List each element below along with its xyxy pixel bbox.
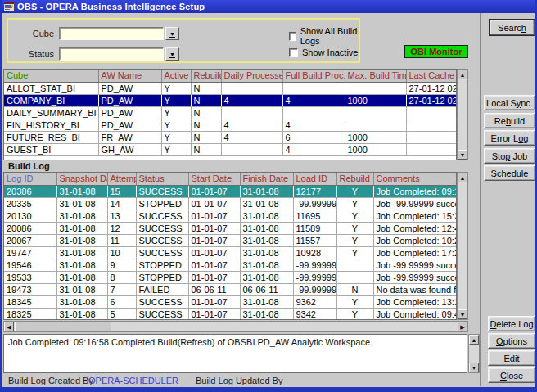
- title-bar[interactable]: OBS - OPERA Business Intelligence Setup: [2, 0, 535, 13]
- column-header[interactable]: Attempt: [107, 173, 136, 185]
- side-panel-divider: [480, 13, 481, 386]
- table-row[interactable]: 1832531-01-085SUCCESS01-01-0731-01-08934…: [4, 308, 457, 320]
- build-log-vertical-scrollbar[interactable]: ▲ ▼: [457, 172, 468, 320]
- rebuild-button[interactable]: Rebuild: [484, 113, 535, 128]
- delete-log-button[interactable]: Delete Log: [488, 316, 535, 331]
- status-bar: Build Log Created By OPERA-SCHEDULER Bui…: [2, 374, 480, 386]
- stop-job-button[interactable]: Stop Job: [484, 148, 535, 164]
- table-row[interactable]: GUEST_BIGH_AWYN41000: [4, 143, 457, 155]
- table-row[interactable]: 1954631-01-089STOPPED01-01-0731-01-08-99…: [4, 259, 457, 271]
- column-header[interactable]: Finish Date: [240, 173, 293, 185]
- app-window: OBS - OPERA Business Intelligence Setup …: [0, 0, 537, 392]
- table-row[interactable]: DAILY_SUMMARY_BIPD_AWYN: [4, 106, 457, 119]
- table-row[interactable]: 1953331-01-088STOPPED01-01-0731-01-08-99…: [4, 271, 457, 283]
- dropdown-arrow-icon: ▼: [169, 31, 175, 37]
- cube-dropdown-button[interactable]: ▼: [165, 27, 179, 40]
- created-by-label: Build Log Created By: [8, 376, 93, 385]
- scrollbar-thumb[interactable]: [15, 322, 111, 331]
- column-header[interactable]: Cube: [4, 70, 98, 82]
- show-all-build-logs-label: Show All Build Logs: [300, 26, 359, 46]
- show-inactive-checkbox[interactable]: Show Inactive: [289, 47, 358, 57]
- window-bottom-border: [2, 387, 535, 392]
- cube-label: Cube: [16, 29, 54, 38]
- scroll-down-icon[interactable]: ▼: [458, 309, 467, 319]
- scroll-down-icon[interactable]: ▼: [469, 363, 479, 372]
- column-header[interactable]: Active: [161, 70, 191, 82]
- show-all-build-logs-checkbox[interactable]: Show All Build Logs: [289, 26, 359, 46]
- dropdown-arrow-icon: ▼: [169, 52, 175, 57]
- table-row[interactable]: 1947331-01-087FAILED06-06-1106-06-11-99.…: [4, 283, 457, 295]
- error-log-button[interactable]: Error Log: [484, 130, 535, 146]
- created-by-value: OPERA-SCHEDULER: [88, 376, 178, 385]
- table-row[interactable]: 2006731-01-0811SUCCESS01-01-0731-01-0811…: [4, 234, 457, 246]
- updated-by-label: Build Log Updated By: [196, 376, 282, 385]
- app-icon: [4, 2, 14, 11]
- table-row[interactable]: 2033531-01-0814STOPPED01-01-0731-01-08-9…: [4, 197, 457, 210]
- scroll-down-icon[interactable]: ▼: [458, 150, 467, 160]
- show-inactive-label: Show Inactive: [302, 47, 358, 57]
- table-row[interactable]: 1974731-01-0810SUCCESS01-01-0731-01-0810…: [4, 246, 457, 259]
- scroll-left-icon[interactable]: ◀: [4, 322, 14, 331]
- column-header[interactable]: Rebuild: [191, 70, 221, 82]
- status-input[interactable]: [59, 47, 164, 61]
- scroll-right-icon[interactable]: ▶: [458, 322, 467, 331]
- build-log-section-label: Build Log: [8, 161, 50, 171]
- column-header[interactable]: Comments: [373, 173, 457, 185]
- cube-input[interactable]: [59, 27, 164, 40]
- column-header[interactable]: Snapshot Date: [56, 173, 107, 185]
- checkbox-icon: [289, 32, 296, 41]
- checkbox-icon: [289, 48, 298, 57]
- table-row[interactable]: 1834531-01-086SUCCESS01-01-0731-01-08936…: [4, 295, 457, 308]
- status-label: Status: [16, 49, 54, 59]
- search-button[interactable]: Search: [490, 20, 535, 35]
- column-header[interactable]: Daily Processes: [221, 70, 282, 82]
- scroll-up-icon[interactable]: ▲: [458, 173, 467, 182]
- column-header[interactable]: AW Name: [98, 70, 161, 82]
- table-row[interactable]: FUTURE_RES_BIFR_AWYN461000: [4, 131, 457, 143]
- column-header[interactable]: Log ID: [4, 173, 56, 185]
- cube-table: CubeAW NameActiveRebuildDaily ProcessesF…: [3, 69, 457, 160]
- column-header[interactable]: Last Cache Clear: [406, 70, 457, 82]
- comments-vertical-scrollbar[interactable]: ▲ ▼: [468, 334, 480, 373]
- status-dropdown-button[interactable]: ▼: [165, 47, 179, 61]
- scroll-up-icon[interactable]: ▲: [469, 335, 479, 345]
- table-row[interactable]: FIN_HISTORY_BIPD_AWYN44: [4, 119, 457, 131]
- comments-box[interactable]: Job Completed: 09:16:58 Completed Build(…: [3, 334, 467, 373]
- obi-monitor-indicator[interactable]: OBI Monitor: [404, 45, 468, 58]
- filter-panel: Cube ▼ Status ▼ Show All Build Logs Show…: [7, 18, 360, 63]
- table-row[interactable]: COMPANY_BIPD_AWYN44100027-01-12 02:05 PM: [4, 94, 457, 106]
- column-header[interactable]: Status: [136, 173, 188, 185]
- close-button[interactable]: Close: [488, 367, 535, 383]
- table-row[interactable]: 2013031-01-0813SUCCESS01-01-0731-01-0811…: [4, 210, 457, 222]
- build-log-horizontal-scrollbar[interactable]: ◀ ▶: [3, 321, 468, 332]
- column-header[interactable]: Load ID: [293, 173, 336, 185]
- column-header[interactable]: Max. Build Time: [345, 70, 406, 82]
- edit-button[interactable]: Edit: [488, 350, 535, 366]
- table-row[interactable]: 2038631-01-0815SUCCESS01-01-0731-01-0812…: [4, 185, 457, 197]
- scroll-up-icon[interactable]: ▲: [458, 70, 467, 79]
- schedule-button[interactable]: Schedule: [484, 165, 535, 181]
- local-sync-button[interactable]: Local Sync.: [484, 95, 535, 110]
- cube-table-vertical-scrollbar[interactable]: ▲ ▼: [457, 69, 468, 160]
- table-row[interactable]: ALLOT_STAT_BIPD_AWYN27-01-12 02:05 PM: [4, 82, 457, 94]
- options-button[interactable]: Options: [488, 333, 535, 349]
- column-header[interactable]: Start Date: [188, 173, 240, 185]
- table-row[interactable]: 2008631-01-0812SUCCESS01-01-0731-01-0811…: [4, 222, 457, 234]
- column-header[interactable]: Rebuild: [336, 173, 373, 185]
- window-title: OBS - OPERA Business Intelligence Setup: [17, 2, 205, 11]
- column-header[interactable]: Full Build Proc.: [282, 70, 345, 82]
- build-log-table: Log IDSnapshot DateAttemptStatusStart Da…: [3, 172, 457, 320]
